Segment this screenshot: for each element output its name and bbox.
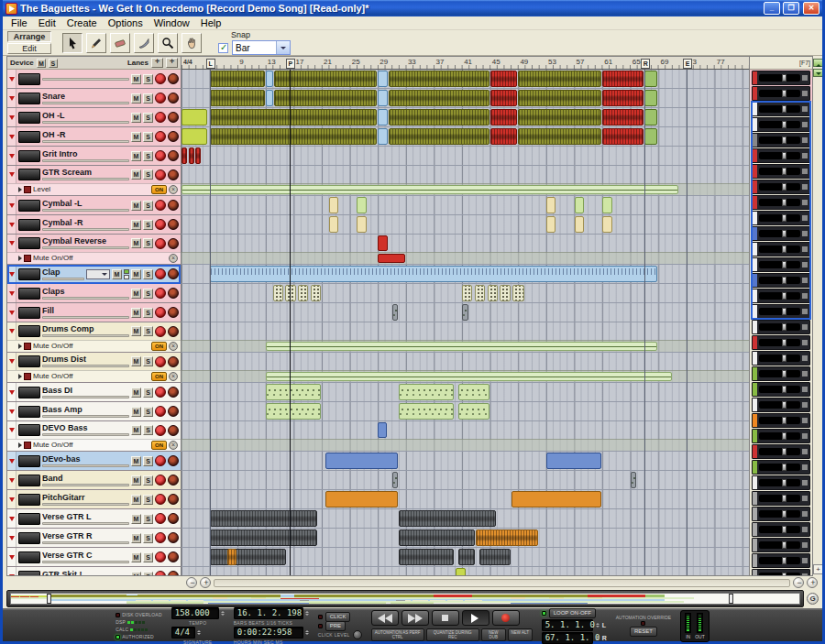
lane-on-button[interactable]: ON — [151, 342, 167, 351]
strip-fader[interactable] — [759, 557, 800, 564]
mute-button[interactable]: M — [131, 269, 141, 279]
track-header[interactable]: GTR Skit !MS — [7, 567, 181, 575]
solo-button[interactable]: S — [143, 425, 153, 435]
clip[interactable] — [512, 491, 602, 508]
grid-sub-lane[interactable] — [182, 370, 749, 382]
fader-knob[interactable] — [782, 370, 786, 377]
mixer-strip[interactable] — [752, 320, 810, 334]
zoom-in-right-button[interactable] — [807, 577, 818, 588]
track-drag-tab[interactable] — [7, 70, 16, 88]
track-header[interactable]: PitchGitarrMS — [7, 490, 181, 509]
add-note-lane-button[interactable] — [151, 58, 163, 68]
track-drag-tab[interactable] — [7, 452, 16, 470]
device-thumbnail[interactable] — [18, 288, 40, 300]
clip[interactable] — [389, 128, 490, 145]
device-thumbnail[interactable] — [18, 307, 40, 319]
track-name[interactable]: GTR Skit ! — [42, 571, 129, 576]
tempo-spinner[interactable] — [221, 609, 225, 617]
fader-knob[interactable] — [782, 541, 786, 549]
mixer-strip[interactable] — [752, 273, 810, 288]
clip[interactable] — [378, 90, 387, 106]
clip[interactable] — [189, 147, 194, 164]
strip-fader[interactable] — [759, 339, 800, 346]
track-name[interactable]: Cymbal Reverse — [42, 237, 129, 246]
mute-button[interactable]: M — [131, 475, 141, 486]
clip[interactable] — [644, 128, 657, 145]
mixer-strip[interactable] — [752, 102, 810, 116]
track-header[interactable]: SnareMS — [7, 89, 181, 108]
clip[interactable] — [389, 109, 490, 126]
track-name[interactable]: GTR Scream — [42, 169, 129, 177]
clip[interactable] — [462, 304, 468, 321]
mute-button[interactable]: M — [131, 238, 141, 248]
track-drag-tab[interactable] — [7, 147, 16, 165]
device-thumbnail[interactable] — [18, 150, 40, 162]
track-drag-tab[interactable] — [7, 284, 16, 302]
solo-button[interactable]: S — [143, 113, 153, 123]
clip[interactable] — [602, 71, 644, 87]
solo-button[interactable]: S — [143, 514, 153, 524]
clip[interactable] — [458, 403, 489, 420]
fader-knob[interactable] — [782, 479, 786, 486]
grid-lane[interactable] — [182, 196, 749, 214]
clip[interactable] — [602, 128, 644, 145]
grid-lane[interactable] — [182, 215, 749, 234]
mixer-strip[interactable] — [752, 304, 810, 319]
delete-lane-button[interactable]: × — [169, 342, 178, 351]
mixer-strip[interactable] — [752, 71, 810, 85]
grid-lane[interactable] — [182, 147, 749, 165]
track-header[interactable]: ClapMMS — [7, 265, 181, 284]
mute-button[interactable]: M — [131, 514, 141, 524]
device-thumbnail[interactable] — [18, 93, 40, 104]
grid-lane[interactable] — [182, 548, 749, 566]
fader-knob[interactable] — [782, 292, 786, 300]
strip-fader[interactable] — [759, 230, 800, 237]
clip[interactable] — [512, 285, 524, 301]
fader-knob[interactable] — [782, 261, 786, 268]
clip[interactable] — [182, 109, 207, 126]
strip-fader[interactable] — [759, 401, 800, 409]
strip-fader[interactable] — [759, 495, 800, 502]
menu-help[interactable]: Help — [195, 17, 227, 28]
track-name[interactable]: Cymbal -L — [42, 200, 129, 208]
track-header[interactable]: Cymbal -LMS — [7, 196, 181, 215]
mixer-strip[interactable] — [752, 164, 810, 179]
strip-fader[interactable] — [759, 105, 800, 113]
device-thumbnail[interactable] — [18, 406, 40, 418]
monitor-button[interactable] — [168, 356, 179, 367]
device-thumbnail[interactable] — [18, 513, 40, 525]
clip[interactable] — [378, 235, 387, 251]
clip[interactable] — [210, 510, 318, 527]
strip-fader[interactable] — [759, 464, 800, 471]
add-automation-lane-button[interactable] — [166, 58, 178, 68]
strip-fader[interactable] — [759, 183, 800, 191]
clip[interactable] — [631, 472, 637, 488]
clip[interactable] — [602, 109, 644, 126]
record-enable-button[interactable] — [155, 307, 166, 318]
fader-knob[interactable] — [782, 121, 786, 128]
clip[interactable] — [518, 128, 601, 145]
record-enable-button[interactable] — [155, 406, 166, 417]
strip-fader[interactable] — [759, 510, 800, 518]
mixer-strip[interactable] — [752, 117, 810, 132]
track-drag-tab[interactable] — [7, 303, 16, 322]
solo-button[interactable]: S — [143, 93, 153, 104]
track-header[interactable]: Drums DistMSMute On/OffON× — [7, 353, 181, 383]
record-enable-button[interactable] — [155, 387, 166, 398]
fader-knob[interactable] — [782, 526, 786, 533]
record-enable-button[interactable] — [155, 513, 166, 524]
record-enable-button[interactable] — [155, 169, 166, 180]
clip[interactable] — [475, 285, 485, 301]
track-drag-tab[interactable] — [7, 509, 16, 528]
grid-lane[interactable] — [182, 529, 749, 547]
mixer-strip[interactable] — [752, 180, 810, 194]
solo-button[interactable]: S — [143, 387, 153, 398]
grid-lane[interactable] — [182, 70, 749, 88]
track-drag-tab[interactable] — [7, 215, 16, 234]
clip[interactable] — [602, 197, 611, 213]
track-header[interactable]: ClapsMS — [7, 284, 181, 303]
clip[interactable] — [274, 90, 377, 106]
mute-button[interactable]: M — [131, 456, 141, 466]
solo-button[interactable]: S — [143, 326, 153, 336]
clip[interactable] — [329, 197, 338, 213]
